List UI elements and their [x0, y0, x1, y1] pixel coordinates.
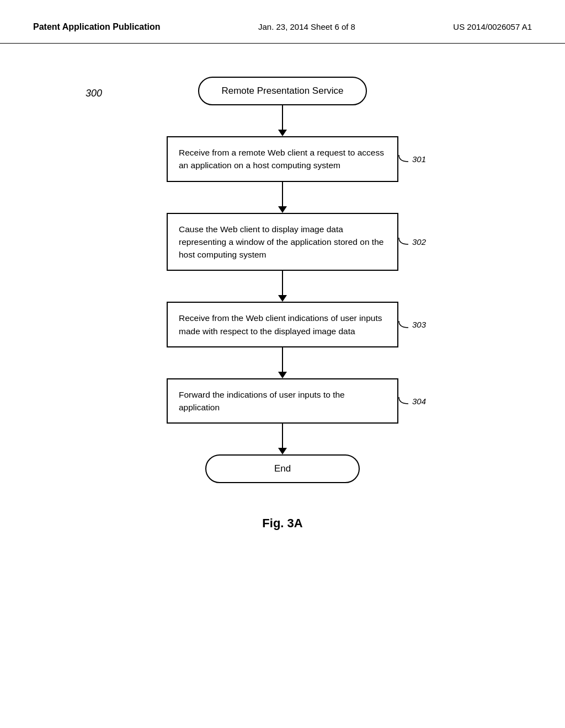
arrow-connector: [278, 105, 287, 136]
flowchart-diagram: Remote Presentation ServiceReceive from …: [0, 44, 565, 494]
diagram-label-300: 300: [86, 88, 102, 99]
process-box: Cause the Web client to display image da…: [167, 213, 398, 271]
process-box: Receive from the Web client indications …: [167, 302, 398, 347]
page-header: Patent Application Publication Jan. 23, …: [0, 0, 565, 44]
oval-node: Remote Presentation Service: [198, 77, 366, 105]
arrow-connector: [278, 424, 287, 454]
figure-label: Fig. 3A: [0, 516, 565, 531]
oval-node: End: [205, 454, 360, 483]
patent-number: US 2014/0026057 A1: [453, 22, 532, 31]
process-box: Receive from a remote Web client a reque…: [167, 136, 398, 182]
arrow-connector: [278, 271, 287, 302]
arrow-connector: [278, 347, 287, 378]
arrow-connector: [278, 182, 287, 213]
publication-label: Patent Application Publication: [33, 22, 161, 32]
sheet-info: Jan. 23, 2014 Sheet 6 of 8: [258, 22, 355, 31]
process-box: Forward the indications of user inputs t…: [167, 378, 398, 424]
